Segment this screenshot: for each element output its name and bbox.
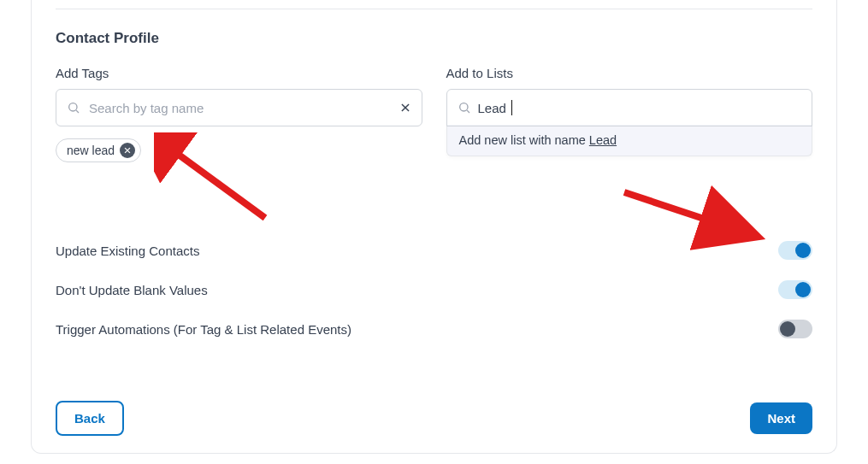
- svg-line-1: [76, 110, 79, 113]
- list-add-suggestion[interactable]: Add new list with name Lead: [446, 125, 813, 156]
- list-search-input-wrap[interactable]: Lead: [446, 89, 813, 126]
- dropdown-prefix: Add new list with name: [459, 133, 589, 147]
- toggle-trigger-automations[interactable]: [778, 320, 812, 338]
- tag-search-input-wrap[interactable]: [56, 89, 422, 126]
- toggle-label: Don't Update Blank Values: [56, 283, 208, 297]
- list-search-input[interactable]: [519, 101, 801, 115]
- back-button[interactable]: Back: [56, 401, 124, 436]
- tag-pill-label: new lead: [67, 144, 115, 157]
- toggle-update-existing[interactable]: [778, 241, 812, 260]
- svg-point-0: [69, 103, 77, 111]
- text-caret: [511, 100, 512, 115]
- search-icon: [458, 101, 471, 115]
- list-search-value: Lead: [478, 101, 506, 115]
- tag-search-input[interactable]: [87, 100, 393, 116]
- lists-label: Add to Lists: [446, 66, 813, 80]
- dropdown-value: Lead: [589, 133, 617, 147]
- toggle-row-update-existing: Update Existing Contacts: [56, 231, 812, 270]
- section-title: Contact Profile: [56, 30, 812, 47]
- clear-icon[interactable]: [399, 102, 411, 114]
- search-icon: [67, 101, 80, 115]
- tags-label: Add Tags: [56, 66, 422, 80]
- toggle-blank-values[interactable]: [778, 280, 812, 299]
- close-icon: [123, 146, 132, 155]
- toggle-row-trigger-automations: Trigger Automations (For Tag & List Rela…: [56, 309, 812, 349]
- tag-remove-button[interactable]: [120, 143, 135, 158]
- toggle-row-blank-values: Don't Update Blank Values: [56, 270, 812, 309]
- divider: [56, 9, 812, 9]
- tag-pill[interactable]: new lead: [56, 138, 141, 162]
- next-button[interactable]: Next: [750, 402, 812, 434]
- contact-profile-card: Contact Profile Add Tags new lead: [31, 0, 837, 454]
- svg-point-6: [459, 103, 467, 111]
- toggle-label: Update Existing Contacts: [56, 244, 199, 258]
- svg-line-7: [467, 110, 469, 113]
- toggle-label: Trigger Automations (For Tag & List Rela…: [56, 322, 351, 337]
